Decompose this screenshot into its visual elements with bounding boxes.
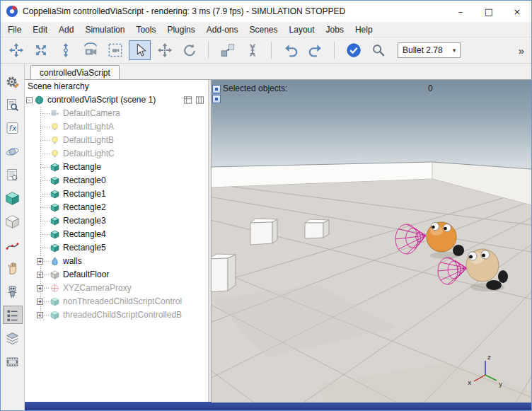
tree-item-Rectangle4[interactable]: Rectangle4: [25, 228, 208, 241]
object-properties-icon: [5, 98, 20, 112]
camera-pan-button[interactable]: [5, 40, 27, 60]
menu-add[interactable]: Add: [53, 23, 79, 37]
menu-simulation[interactable]: Simulation: [79, 23, 130, 37]
tab-bar: controlledViaScript: [25, 64, 531, 79]
app-icon: [6, 5, 18, 18]
box-1: [250, 219, 277, 245]
hierarchy-list-view-icon[interactable]: [183, 95, 192, 105]
menu-layout[interactable]: Layout: [284, 23, 320, 37]
tree-item-DefaultCamera[interactable]: DefaultCamera: [25, 107, 208, 120]
tab-controlledViaScript[interactable]: controlledViaScript: [30, 65, 120, 79]
transfer-dna-button[interactable]: [241, 40, 263, 60]
floorcube-icon: [50, 270, 59, 279]
assemble-button[interactable]: [216, 40, 238, 60]
box-3: [212, 254, 236, 292]
tree-item-Rectangle[interactable]: Rectangle: [25, 161, 208, 174]
menu-jobs[interactable]: Jobs: [320, 23, 349, 37]
object-properties-button[interactable]: [3, 95, 23, 114]
tree-item-DefaultLightC[interactable]: DefaultLightC: [25, 147, 208, 161]
tree-item-label: DefaultLightA: [63, 120, 208, 134]
robot-b-wheel-front: [486, 280, 502, 290]
tree-connector: [44, 315, 50, 316]
scene-hierarchy-toggle-button[interactable]: [3, 306, 23, 324]
main-toolbar: Bullet 2.78 ▾ »: [1, 37, 531, 64]
menu-add-ons[interactable]: Add-ons: [201, 23, 244, 37]
find-button[interactable]: [367, 40, 389, 60]
viewport-3d[interactable]: z x y Selected objects: 0: [212, 80, 531, 403]
tree-item-walls[interactable]: +walls: [25, 255, 208, 268]
toolbar-separator: [334, 42, 335, 59]
calculation-modules-button[interactable]: [3, 166, 23, 184]
page-selector-icon[interactable]: [212, 85, 221, 93]
path-edit-button[interactable]: [3, 236, 23, 254]
axis-x-label: x: [468, 379, 472, 386]
shape-edit-icon: [5, 191, 20, 206]
robot-b-wheel-rear: [498, 270, 508, 283]
tree-item-Rectangle1[interactable]: Rectangle1: [25, 187, 208, 201]
scripts-button[interactable]: fx: [3, 119, 23, 137]
select-tool-button[interactable]: [129, 40, 151, 60]
tree-connector: [40, 234, 50, 235]
menu-edit[interactable]: Edit: [27, 23, 53, 37]
fit-to-view-icon: [108, 42, 123, 58]
rotate-translate-button[interactable]: [3, 142, 23, 161]
tree-item-DefaultLightB[interactable]: DefaultLightB: [25, 134, 208, 147]
cube-icon: [50, 190, 59, 199]
menu-help[interactable]: Help: [349, 23, 378, 37]
shape-edit-button[interactable]: [3, 189, 23, 207]
redo-button[interactable]: [304, 40, 326, 60]
cube-icon: [50, 176, 59, 185]
object-shift-button[interactable]: [154, 40, 175, 60]
path-edit-icon: [5, 238, 20, 253]
tree-item-label: threadedChildScriptControlledB: [63, 308, 208, 322]
menu-file[interactable]: File: [2, 23, 27, 37]
model-browser-button[interactable]: [3, 282, 23, 301]
camera-shift-button[interactable]: [30, 40, 52, 60]
camera-zoom-button[interactable]: [54, 40, 76, 60]
engine-selector[interactable]: Bullet 2.78 ▾: [398, 42, 461, 58]
toolbar-overflow-button[interactable]: »: [514, 45, 528, 57]
menu-tools[interactable]: Tools: [130, 23, 161, 37]
selection-mode-button[interactable]: [3, 259, 23, 277]
view-selector-icon[interactable]: [212, 95, 221, 103]
tree-root-expander[interactable]: -: [26, 97, 33, 103]
video-recorder-button[interactable]: [3, 352, 23, 371]
menu-scenes[interactable]: Scenes: [244, 23, 284, 37]
scripts-icon: fx: [5, 121, 20, 136]
dummy-icon: [50, 284, 59, 293]
tree-item-DefaultFloor[interactable]: +DefaultFloor: [25, 268, 208, 282]
tree-item-XYZCameraProxy[interactable]: +XYZCameraProxy: [25, 282, 208, 295]
mesh-edit-button[interactable]: [3, 212, 23, 231]
tree-item-Rectangle0[interactable]: Rectangle0: [25, 174, 208, 187]
status-strip: [25, 402, 531, 411]
hierarchy-column-view-icon[interactable]: [195, 95, 204, 105]
real-time-toggle-button[interactable]: [342, 40, 364, 60]
tree-connector: [44, 288, 50, 289]
camera-angle-button[interactable]: [79, 40, 101, 60]
tree-item-nonThreadedChildScriptControl[interactable]: +nonThreadedChildScriptControl: [25, 295, 208, 308]
menu-plugins[interactable]: Plugins: [161, 23, 200, 37]
tree-item-Rectangle3[interactable]: Rectangle3: [25, 214, 208, 228]
tree-item-threadedChildScriptControlledB[interactable]: +threadedChildScriptControlledB: [25, 308, 208, 322]
tree-item-Rectangle2[interactable]: Rectangle2: [25, 201, 208, 214]
menu-bar: FileEditAddSimulationToolsPluginsAdd-ons…: [1, 22, 531, 37]
tree-connector: [40, 140, 50, 141]
tree-root-row[interactable]: -controlledViaScript (scene 1): [25, 93, 208, 107]
calculation-modules-icon: [5, 168, 20, 183]
light-icon: [50, 149, 59, 158]
tree-item-label: Rectangle3: [63, 214, 208, 228]
tree-item-Rectangle5[interactable]: Rectangle5: [25, 241, 208, 255]
fit-to-view-button[interactable]: [104, 40, 126, 60]
close-button[interactable]: ×: [503, 1, 531, 22]
minimize-button[interactable]: –: [446, 1, 475, 22]
layers-icon: [5, 331, 20, 346]
undo-button[interactable]: [279, 40, 301, 60]
layers-button[interactable]: [3, 329, 23, 347]
simulation-settings-button[interactable]: [3, 72, 23, 91]
tree-item-DefaultLightA[interactable]: DefaultLightA: [25, 120, 208, 134]
light-icon: [50, 136, 59, 145]
tree-item-label: Rectangle1: [63, 187, 208, 201]
scene-3d-render[interactable]: z x y: [212, 80, 531, 403]
object-rotate-button[interactable]: [178, 40, 200, 60]
maximize-button[interactable]: □: [475, 1, 503, 22]
